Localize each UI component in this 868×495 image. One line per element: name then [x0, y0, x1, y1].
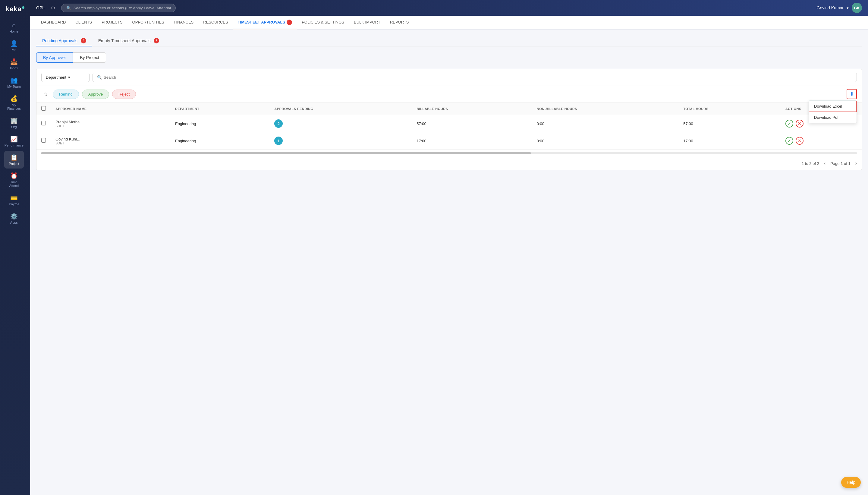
subnav-opportunities[interactable]: OPPORTUNITIES	[127, 16, 169, 29]
department-cell: Engineering	[170, 132, 270, 150]
department-filter[interactable]: Department ▾	[41, 73, 89, 82]
chevron-down-icon[interactable]: ▾	[847, 6, 849, 10]
sidebar-item-project[interactable]: 📋Project	[4, 151, 24, 169]
approver-sub: SDET	[55, 141, 166, 145]
search-input[interactable]	[73, 6, 171, 10]
search-icon: 🔍	[66, 6, 71, 10]
approval-tabs: Pending Approvals 2 Empty Timesheet Appr…	[36, 36, 862, 47]
sidebar-item-performance[interactable]: 📈Performance	[4, 132, 24, 150]
approve-row-button[interactable]: ✓	[785, 120, 793, 127]
subnav-reports[interactable]: REPORTS	[385, 16, 414, 29]
help-button[interactable]: Help	[841, 477, 861, 488]
settings-icon[interactable]: ⚙	[51, 5, 55, 11]
gpl-label: GPL	[36, 5, 45, 10]
sidebar-item-home[interactable]: ⌂Home	[4, 19, 24, 36]
subnav-bulk-import[interactable]: BULK IMPORT	[349, 16, 385, 29]
approve-row-button[interactable]: ✓	[785, 137, 793, 145]
page-content: Pending Approvals 2 Empty Timesheet Appr…	[30, 30, 868, 495]
main-content: GPL ⚙ 🔍 Govind Kumar ▾ GK DASHBOARDCLIEN…	[30, 0, 868, 495]
col-billable-hours: BILLABLE HOURS	[412, 102, 532, 115]
inbox-icon: 📥	[10, 58, 18, 65]
filter-row: Department ▾ 🔍	[36, 69, 862, 86]
subnav-dashboard[interactable]: DASHBOARD	[36, 16, 71, 29]
subnav-resources[interactable]: RESOURCES	[198, 16, 233, 29]
select-all-checkbox[interactable]	[41, 106, 46, 110]
table-search-input[interactable]	[104, 75, 852, 80]
col-approvals-pending: APPROVALS PENDING	[270, 102, 412, 115]
subnav-policies-&-settings[interactable]: POLICIES & SETTINGS	[297, 16, 349, 29]
action-row: ⇅ Remind Approve Reject ⬇ Download Excel…	[36, 86, 862, 102]
approver-name: Govind Kum...	[55, 137, 166, 141]
sidebar-item-inbox[interactable]: 📥Inbox	[4, 55, 24, 73]
payroll-icon: 💳	[10, 194, 18, 201]
sidebar-item-org[interactable]: 🏢Org	[4, 114, 24, 132]
user-name: Govind Kumar	[817, 5, 844, 10]
sidebar-label-my-finances: My Finances	[6, 103, 23, 110]
search-filter[interactable]: 🔍	[92, 73, 857, 82]
row-checkbox-0[interactable]	[41, 121, 46, 125]
app-logo: keka	[4, 3, 25, 15]
remind-button[interactable]: Remind	[53, 89, 79, 99]
by-approver-button[interactable]: By Approver	[36, 52, 73, 63]
org-icon: 🏢	[10, 117, 18, 124]
empty-badge: 3	[154, 38, 159, 44]
approve-button[interactable]: Approve	[82, 89, 109, 99]
search-icon: 🔍	[97, 75, 102, 80]
non-billable-hours-cell: 0:00	[532, 115, 678, 132]
download-area: ⬇ Download Excel Download Pdf	[847, 89, 857, 99]
reject-row-button[interactable]: ✕	[796, 137, 803, 145]
sidebar-item-payroll[interactable]: 💳Payroll	[4, 191, 24, 209]
sidebar-item-me[interactable]: 👤Me	[4, 37, 24, 54]
pagination: 1 to 2 of 2 ‹ Page 1 of 1 ›	[36, 157, 862, 170]
scrollbar-thumb[interactable]	[41, 152, 531, 154]
sidebar-label-time-attend: Time Attend	[6, 180, 23, 188]
download-excel-item[interactable]: Download Excel	[809, 101, 856, 112]
user-avatar[interactable]: GK	[852, 3, 862, 13]
by-project-button[interactable]: By Project	[73, 52, 106, 63]
sidebar-label-org: Org	[11, 125, 17, 129]
next-page-arrow[interactable]: ›	[855, 161, 857, 166]
sort-icon[interactable]: ⇅	[41, 90, 50, 98]
pagination-range: 1 to 2 of 2	[802, 161, 819, 166]
row-checkbox-1[interactable]	[41, 138, 46, 142]
download-pdf-item[interactable]: Download Pdf	[809, 112, 856, 123]
my-finances-icon: 💰	[10, 95, 18, 102]
col-department: DEPARTMENT	[170, 102, 270, 115]
reject-button[interactable]: Reject	[112, 89, 136, 99]
tab-empty-timesheet[interactable]: Empty Timesheet Approvals 3	[92, 36, 166, 47]
subnav-finances[interactable]: FINANCES	[169, 16, 198, 29]
approver-name-cell: Govind Kum... SDET	[51, 132, 170, 150]
sidebar-item-my-finances[interactable]: 💰My Finances	[4, 92, 24, 113]
tab-pending-approvals[interactable]: Pending Approvals 2	[36, 36, 92, 47]
table-header-row: APPROVER NAME DEPARTMENT APPROVALS PENDI…	[36, 102, 862, 115]
download-button[interactable]: ⬇	[847, 89, 857, 99]
time-attend-icon: ⏰	[10, 172, 18, 180]
approver-name: Pranjal Metha	[55, 120, 166, 124]
sidebar-label-performance: Performance	[4, 143, 23, 147]
apps-icon: ⚙️	[10, 212, 18, 220]
project-icon: 📋	[10, 154, 18, 161]
department-cell: Engineering	[170, 115, 270, 132]
reject-row-button[interactable]: ✕	[796, 120, 803, 127]
home-icon: ⌂	[12, 22, 16, 29]
horizontal-scrollbar-area[interactable]	[36, 150, 862, 157]
sidebar-label-payroll: Payroll	[9, 202, 19, 206]
col-approver-name: APPROVER NAME	[51, 102, 170, 115]
sidebar-item-my-team[interactable]: 👥My Team	[4, 73, 24, 91]
sidebar-item-apps[interactable]: ⚙️Apps	[4, 209, 24, 227]
subnav-clients[interactable]: CLIENTS	[71, 16, 97, 29]
topnav-right: Govind Kumar ▾ GK	[817, 3, 862, 13]
subnav-projects[interactable]: PROJECTS	[97, 16, 127, 29]
total-hours-cell: 17:00	[678, 132, 781, 150]
global-search-bar[interactable]: 🔍	[61, 4, 176, 12]
sidebar-label-my-team: My Team	[7, 85, 20, 88]
approvals-pending-cell: 2	[270, 115, 412, 132]
sidebar-item-time-attend[interactable]: ⏰Time Attend	[4, 169, 24, 190]
billable-hours-cell: 57:00	[412, 115, 532, 132]
scrollbar-track[interactable]	[41, 152, 857, 154]
subnav-timesheet-approvals[interactable]: TIMESHEET APPROVALS5	[233, 16, 297, 29]
prev-page-arrow[interactable]: ‹	[824, 161, 826, 166]
sidebar-label-apps: Apps	[10, 221, 18, 224]
sub-navigation: DASHBOARDCLIENTSPROJECTSOPPORTUNITIESFIN…	[30, 16, 868, 30]
billable-hours-cell: 17:00	[412, 132, 532, 150]
